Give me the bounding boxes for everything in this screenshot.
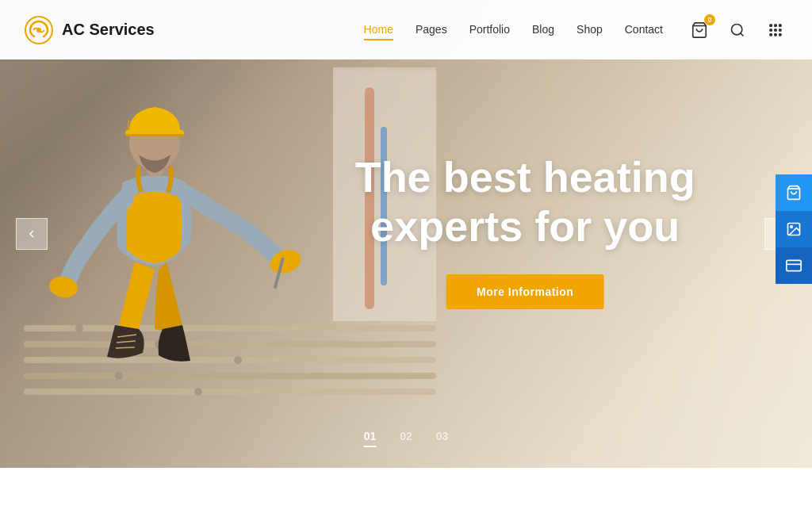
svg-rect-14 <box>24 325 436 331</box>
svg-rect-33 <box>125 134 184 136</box>
slider-prev-button[interactable] <box>16 218 48 250</box>
cta-button[interactable]: More Information <box>446 274 603 309</box>
svg-point-3 <box>732 24 742 34</box>
svg-point-11 <box>770 33 772 36</box>
header: AC Services Home Pages Portfolio Blog Sh… <box>0 0 812 59</box>
svg-point-23 <box>194 388 202 396</box>
svg-rect-41 <box>787 260 801 270</box>
chevron-left-icon <box>25 228 38 240</box>
sidebar-cart-button[interactable] <box>776 174 812 211</box>
svg-point-9 <box>775 29 777 31</box>
nav-blog[interactable]: Blog <box>532 23 554 37</box>
svg-rect-17 <box>24 373 436 379</box>
nav-shop[interactable]: Shop <box>576 23 603 37</box>
logo-icon <box>24 15 54 45</box>
svg-line-4 <box>741 33 744 36</box>
hero-content: The best heating experts for you More In… <box>355 152 695 309</box>
svg-rect-18 <box>24 389 436 395</box>
grid-icon <box>768 22 783 38</box>
svg-point-10 <box>779 29 782 31</box>
svg-point-40 <box>791 226 793 228</box>
sidebar-cart-icon <box>786 185 802 201</box>
cart-button[interactable]: 0 <box>687 17 712 43</box>
nav-portfolio[interactable]: Portfolio <box>469 23 510 37</box>
svg-point-7 <box>779 24 782 26</box>
search-icon <box>730 22 745 38</box>
svg-point-8 <box>770 29 772 31</box>
logo-area: AC Services <box>24 15 155 45</box>
svg-line-26 <box>116 347 135 348</box>
svg-rect-35 <box>333 67 436 71</box>
svg-point-13 <box>779 33 782 36</box>
svg-point-6 <box>775 24 777 26</box>
svg-point-21 <box>234 356 242 364</box>
slide-indicator-1[interactable]: 01 <box>364 430 377 446</box>
header-icons: 0 <box>687 17 788 43</box>
slide-indicator-2[interactable]: 02 <box>400 430 412 446</box>
below-hero-area <box>0 468 812 517</box>
nav-contact[interactable]: Contact <box>625 23 663 37</box>
svg-rect-16 <box>24 357 436 363</box>
sidebar-icons <box>776 174 812 284</box>
nav-pages[interactable]: Pages <box>416 23 447 37</box>
search-button[interactable] <box>725 17 750 43</box>
hero-title: The best heating experts for you <box>355 152 695 251</box>
sidebar-card-icon <box>786 258 802 274</box>
svg-point-22 <box>115 372 123 380</box>
sidebar-card-button[interactable] <box>776 247 812 284</box>
svg-point-5 <box>770 24 772 26</box>
logo-text: AC Services <box>62 21 155 39</box>
sidebar-image-button[interactable] <box>776 211 812 247</box>
slide-indicators: 01 02 03 <box>364 430 449 446</box>
svg-rect-15 <box>24 341 436 347</box>
cart-badge: 0 <box>704 14 715 25</box>
svg-point-19 <box>75 324 83 332</box>
grid-button[interactable] <box>763 17 788 43</box>
main-nav: Home Pages Portfolio Blog Shop Contact <box>364 23 663 37</box>
hero-section: The best heating experts for you More In… <box>0 0 812 468</box>
nav-home[interactable]: Home <box>364 23 393 37</box>
svg-point-12 <box>775 33 777 36</box>
sidebar-image-icon <box>786 221 802 237</box>
slide-indicator-3[interactable]: 03 <box>436 430 449 446</box>
